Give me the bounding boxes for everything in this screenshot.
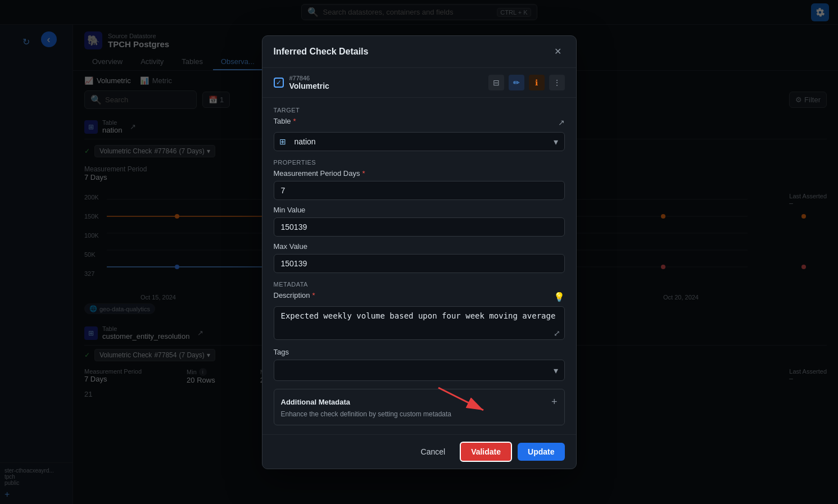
- check-checkbox[interactable]: ✓: [274, 78, 284, 88]
- tags-select[interactable]: [274, 360, 565, 381]
- target-section: Target Table * ↗ ⊞ nation: [274, 107, 565, 151]
- measurement-days-input[interactable]: [274, 181, 565, 200]
- metadata-section-label: Metadata: [274, 281, 565, 288]
- properties-section: Properties Measurement Period Days * Min…: [274, 159, 565, 273]
- additional-meta-desc: Enhance the check definition by setting …: [281, 410, 558, 418]
- expand-icon[interactable]: ⤢: [554, 329, 560, 338]
- properties-section-label: Properties: [274, 159, 565, 166]
- copy-action-button[interactable]: ⊟: [488, 75, 504, 90]
- max-value-input[interactable]: [274, 254, 565, 273]
- table-form-label: Table *: [274, 117, 296, 125]
- check-id: #77846: [289, 75, 329, 81]
- cancel-button[interactable]: Cancel: [412, 443, 455, 461]
- additional-meta-title: Additional Metadata: [281, 398, 351, 406]
- inferred-check-modal: Inferred Check Details ✕ ✓ #77846 Volume…: [262, 35, 577, 469]
- description-textarea[interactable]: Expected weekly volume based upon four w…: [274, 306, 565, 340]
- modal-title: Inferred Check Details: [274, 47, 369, 57]
- modal-close-button[interactable]: ✕: [551, 45, 565, 58]
- check-actions: ⊟ ✏ ℹ ⋮: [488, 75, 565, 90]
- info-action-button[interactable]: ℹ: [529, 75, 545, 90]
- target-section-label: Target: [274, 107, 565, 113]
- more-action-button[interactable]: ⋮: [549, 75, 565, 90]
- update-button[interactable]: Update: [518, 443, 564, 461]
- tags-select-wrapper[interactable]: [274, 360, 565, 381]
- check-left-info: ✓ #77846 Volumetric: [274, 75, 329, 90]
- table-select[interactable]: nation: [274, 132, 565, 151]
- validate-button[interactable]: Validate: [460, 442, 512, 462]
- additional-meta-plus-icon[interactable]: +: [551, 396, 558, 408]
- additional-metadata-section[interactable]: Additional Metadata + Enhance the check …: [274, 389, 565, 425]
- check-header: ✓ #77846 Volumetric ⊟ ✏ ℹ ⋮: [262, 68, 576, 98]
- min-value-input[interactable]: [274, 217, 565, 237]
- additional-meta-header: Additional Metadata +: [281, 396, 558, 408]
- modal-header: Inferred Check Details ✕: [262, 36, 576, 68]
- max-value-label: Max Value: [274, 242, 565, 251]
- modal-body: Target Table * ↗ ⊞ nation Properties Mea…: [262, 98, 576, 434]
- measurement-days-label: Measurement Period Days *: [274, 169, 565, 178]
- table-select-wrapper: ⊞ nation: [274, 132, 565, 151]
- tags-form-label: Tags: [274, 348, 565, 356]
- metadata-section: Metadata Description * 💡 Expected weekly…: [274, 281, 565, 381]
- description-form-label: Description *: [274, 291, 315, 299]
- lightbulb-icon: 💡: [554, 292, 565, 302]
- table-expand-icon[interactable]: ↗: [558, 118, 565, 127]
- description-wrapper: Expected weekly volume based upon four w…: [274, 306, 565, 342]
- check-type: Volumetric: [289, 81, 329, 90]
- modal-footer: Cancel Validate Update: [262, 434, 576, 469]
- table-grid-icon: ⊞: [279, 137, 286, 146]
- min-value-label: Min Value: [274, 206, 565, 214]
- edit-action-button[interactable]: ✏: [509, 75, 524, 90]
